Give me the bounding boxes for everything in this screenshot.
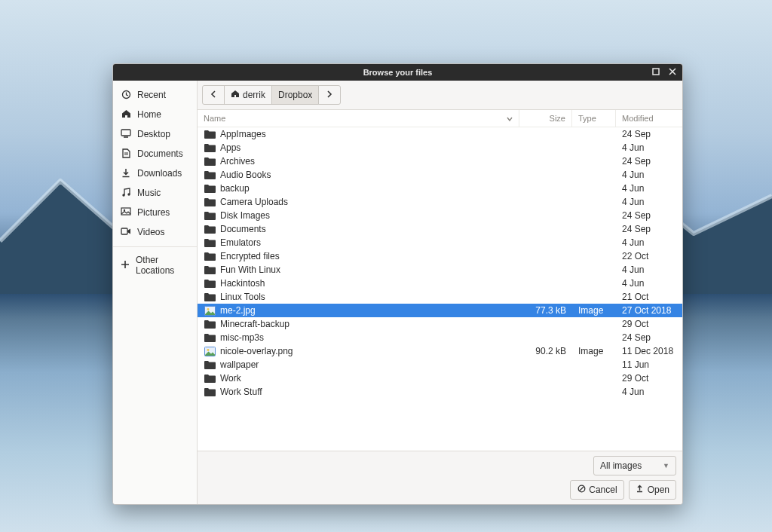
svg-rect-2: [121, 130, 130, 136]
column-size[interactable]: Size: [519, 110, 572, 127]
sidebar-item-label: Home: [137, 109, 161, 120]
sidebar-item-music[interactable]: Music: [113, 183, 197, 203]
file-row[interactable]: Linux Tools21 Oct: [198, 290, 682, 304]
file-type: Image: [572, 346, 616, 356]
sidebar-item-recent[interactable]: Recent: [113, 85, 197, 105]
filter-dropdown[interactable]: All images ▼: [593, 456, 676, 475]
file-row[interactable]: misc-mp3s24 Sep: [198, 331, 682, 344]
path-back-button[interactable]: [202, 85, 225, 105]
cancel-label: Cancel: [589, 485, 617, 495]
path-forward-button[interactable]: [318, 85, 341, 105]
clock-icon: [121, 90, 131, 100]
sidebar-item-label: Other Locations: [136, 255, 189, 276]
file-name: Encrypted files: [220, 251, 519, 261]
file-row[interactable]: Hackintosh4 Jun: [198, 277, 682, 290]
file-modified: 24 Sep: [616, 129, 682, 139]
file-size: 77.3 kB: [519, 305, 572, 316]
file-type: Image: [572, 305, 616, 316]
file-row[interactable]: Apps4 Jun: [198, 141, 682, 154]
sort-indicator-icon: [507, 114, 513, 123]
file-modified: 27 Oct 2018: [616, 305, 682, 316]
column-type[interactable]: Type: [572, 110, 616, 127]
folder-icon: [204, 196, 216, 208]
path-toolbar: derrik Dropbox: [198, 81, 682, 109]
file-row[interactable]: me-2.jpg77.3 kBImage27 Oct 2018: [198, 304, 682, 317]
file-modified: 11 Jun: [616, 359, 682, 370]
file-row[interactable]: Work29 Oct: [198, 371, 682, 385]
file-name: Emulators: [220, 237, 519, 248]
file-name: Minecraft-backup: [220, 319, 519, 329]
folder-icon: [204, 169, 216, 181]
file-name: nicole-overlay.png: [220, 346, 519, 356]
chevron-right-icon: [325, 90, 334, 100]
path-segment-current[interactable]: Dropbox: [271, 85, 319, 105]
folder-icon: [204, 264, 216, 276]
cancel-button[interactable]: Cancel: [570, 480, 623, 500]
file-row[interactable]: Minecraft-backup29 Oct: [198, 317, 682, 331]
file-row[interactable]: AppImages24 Sep: [198, 127, 682, 141]
file-modified: 4 Jun: [616, 387, 682, 397]
file-row[interactable]: Camera Uploads4 Jun: [198, 195, 682, 209]
dialog-footer: All images ▼ Cancel: [198, 451, 682, 504]
pictures-icon: [121, 207, 131, 218]
chevron-left-icon: [209, 90, 218, 100]
file-row[interactable]: Documents24 Sep: [198, 222, 682, 236]
folder-icon: [204, 277, 216, 289]
file-chooser-dialog: Browse your files RecentHomeDesktopDocum…: [112, 63, 683, 505]
sidebar-item-videos[interactable]: Videos: [113, 222, 197, 242]
folder-icon: [204, 291, 216, 303]
file-modified: 4 Jun: [616, 183, 682, 194]
file-row[interactable]: Work Stuff4 Jun: [198, 385, 682, 399]
file-modified: 4 Jun: [616, 197, 682, 207]
sidebar-item-downloads[interactable]: Downloads: [113, 164, 197, 183]
path-segment-home[interactable]: derrik: [224, 85, 272, 105]
file-name: Archives: [220, 156, 519, 167]
file-row[interactable]: Disk Images24 Sep: [198, 209, 682, 222]
file-name: Audio Books: [220, 170, 519, 180]
plus-icon: [121, 260, 130, 271]
sidebar-item-pictures[interactable]: Pictures: [113, 203, 197, 222]
file-name: Work: [220, 373, 519, 384]
file-row[interactable]: Encrypted files22 Oct: [198, 249, 682, 263]
folder-icon: [204, 318, 216, 330]
folder-icon: [204, 332, 216, 344]
folder-icon: [204, 223, 216, 235]
sidebar-item-label: Videos: [137, 227, 164, 237]
file-row[interactable]: backup4 Jun: [198, 182, 682, 195]
open-label: Open: [648, 485, 669, 495]
file-row[interactable]: Fun With Linux4 Jun: [198, 263, 682, 277]
file-name: Work Stuff: [220, 387, 519, 397]
sidebar-item-other-locations[interactable]: Other Locations: [113, 246, 197, 280]
docs-icon: [121, 148, 131, 159]
sidebar-item-label: Pictures: [137, 207, 170, 218]
file-row[interactable]: Emulators4 Jun: [198, 236, 682, 249]
file-name: Documents: [220, 224, 519, 234]
folder-icon: [204, 209, 216, 222]
file-name: Disk Images: [220, 210, 519, 221]
sidebar-item-label: Music: [137, 188, 161, 198]
svg-line-17: [579, 487, 584, 491]
file-rows: AppImages24 SepApps4 JunArchives24 SepAu…: [198, 127, 682, 451]
file-row[interactable]: Audio Books4 Jun: [198, 168, 682, 182]
folder-icon: [204, 142, 216, 154]
chevron-down-icon: ▼: [663, 462, 669, 469]
folder-icon: [204, 359, 216, 371]
sidebar-item-documents[interactable]: Documents: [113, 144, 197, 164]
desktop-icon: [121, 129, 131, 139]
column-name[interactable]: Name: [198, 110, 519, 127]
places-sidebar: RecentHomeDesktopDocumentsDownloadsMusic…: [113, 81, 198, 504]
file-modified: 24 Sep: [616, 156, 682, 167]
file-row[interactable]: Archives24 Sep: [198, 154, 682, 168]
sidebar-item-home[interactable]: Home: [113, 105, 197, 124]
file-size: 90.2 kB: [519, 346, 572, 356]
sidebar-item-desktop[interactable]: Desktop: [113, 124, 197, 144]
file-name: Apps: [220, 142, 519, 153]
file-name: Fun With Linux: [220, 264, 519, 275]
file-row[interactable]: nicole-overlay.png90.2 kBImage11 Dec 201…: [198, 344, 682, 358]
filter-label: All images: [600, 460, 642, 471]
open-button[interactable]: Open: [629, 480, 676, 500]
file-name: Camera Uploads: [220, 197, 519, 207]
file-modified: 4 Jun: [616, 170, 682, 180]
column-modified[interactable]: Modified: [616, 110, 682, 127]
file-row[interactable]: wallpaper11 Jun: [198, 358, 682, 371]
